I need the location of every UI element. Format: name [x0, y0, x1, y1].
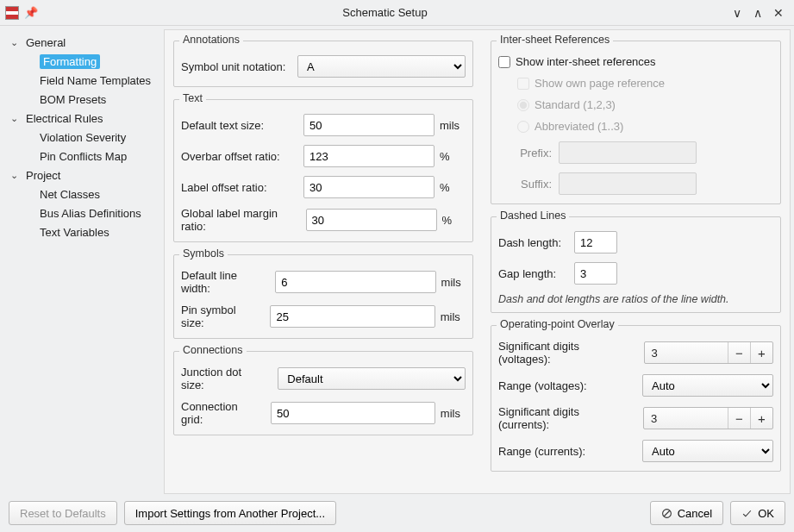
chevron-down-icon: ⌄: [10, 37, 22, 48]
settings-panel: Annotations Symbol unit notation: A Text…: [164, 29, 791, 494]
tree-item-label: General: [26, 36, 66, 49]
abbreviated-format-radio: Abbreviated (1..3): [517, 120, 773, 133]
default-line-width-input[interactable]: [275, 271, 435, 293]
group-legend: Inter-sheet References: [497, 34, 613, 46]
ok-button[interactable]: OK: [730, 501, 785, 525]
range-voltage-label: Range (voltages):: [498, 379, 587, 392]
gap-length-input[interactable]: [574, 262, 617, 285]
group-symbols: Symbols Default line width: mils Pin sym…: [173, 254, 473, 339]
group-legend: Annotations: [179, 34, 243, 46]
range-current-label: Range (currents):: [498, 445, 585, 458]
prefix-label: Prefix:: [498, 147, 552, 160]
group-dashed-lines: Dashed Lines Dash length: Gap length: Da…: [491, 216, 781, 313]
tree-item-net-classes[interactable]: Net Classes: [0, 185, 164, 203]
tree-item-violation-severity[interactable]: Violation Severity: [0, 128, 164, 147]
maximize-icon[interactable]: ∧: [747, 3, 768, 23]
unit-label: %: [440, 181, 466, 194]
overbar-offset-input[interactable]: [303, 145, 435, 167]
sig-digits-voltage-spin[interactable]: 3 − +: [644, 341, 773, 364]
checkbox-input: [517, 78, 529, 90]
range-current-select[interactable]: Auto: [642, 440, 773, 462]
cancel-button[interactable]: Cancel: [650, 501, 723, 525]
radio-input: [517, 99, 529, 111]
tree-item-label: Pin Conflicts Map: [40, 150, 127, 163]
cancel-icon: [661, 508, 672, 519]
default-text-size-input[interactable]: [303, 114, 435, 136]
default-line-width-label: Default line width:: [181, 269, 265, 295]
unit-label: mils: [441, 407, 466, 420]
group-connections: Connections Junction dot size: Default C…: [173, 351, 473, 435]
import-settings-button[interactable]: Import Settings from Another Project...: [124, 501, 336, 525]
overbar-offset-label: Overbar offset ratio:: [181, 150, 280, 163]
group-op-overlay: Operating-point Overlay Significant digi…: [491, 325, 781, 472]
unit-label: mils: [441, 310, 466, 323]
close-icon[interactable]: ✕: [768, 3, 789, 23]
tree-item-label: Field Name Templates: [40, 74, 151, 87]
button-label: Import Settings from Another Project...: [135, 507, 325, 520]
tree-item-label: Net Classes: [40, 188, 100, 201]
pin-symbol-size-label: Pin symbol size:: [181, 304, 259, 329]
dash-length-input[interactable]: [574, 231, 617, 253]
connection-grid-label: Connection grid:: [181, 400, 260, 426]
plus-icon[interactable]: +: [750, 408, 772, 429]
sig-digits-voltage-label: Significant digits (voltages):: [498, 340, 634, 366]
tree-item-label: Violation Severity: [40, 131, 126, 144]
symbol-unit-label: Symbol unit notation:: [181, 60, 285, 73]
titlebar: 📌 Schematic Setup ∨ ∧ ✕: [0, 0, 794, 26]
minus-icon[interactable]: −: [728, 408, 750, 429]
label-offset-input[interactable]: [303, 176, 435, 198]
symbol-unit-select[interactable]: A: [297, 55, 466, 78]
svg-line-1: [664, 510, 670, 516]
show-intersheet-checkbox[interactable]: Show inter-sheet references: [498, 55, 773, 68]
tree-item-label: Bus Alias Definitions: [40, 207, 141, 220]
reset-defaults-button[interactable]: Reset to Defaults: [9, 501, 117, 525]
tree-item-label: Electrical Rules: [26, 112, 103, 125]
show-own-page-checkbox: Show own page reference: [517, 77, 773, 90]
tree-item-electrical-rules[interactable]: ⌄ Electrical Rules: [0, 109, 164, 128]
range-voltage-select[interactable]: Auto: [642, 374, 773, 397]
group-text: Text Default text size: mils Overbar off…: [173, 99, 473, 242]
chevron-down-icon: ⌄: [10, 113, 22, 124]
tree-item-field-templates[interactable]: Field Name Templates: [0, 71, 164, 90]
group-annotations: Annotations Symbol unit notation: A: [173, 41, 473, 87]
dashed-note: Dash and dot lengths are ratios of the l…: [498, 293, 773, 305]
sig-digits-current-spin[interactable]: 3 − +: [643, 407, 773, 429]
button-label: Cancel: [678, 507, 712, 520]
spin-value: 3: [644, 412, 728, 425]
tree-item-text-variables[interactable]: Text Variables: [0, 222, 164, 241]
tree-item-formatting[interactable]: Formatting: [0, 52, 164, 71]
group-intersheet-refs: Inter-sheet References Show inter-sheet …: [491, 41, 781, 204]
group-legend: Text: [179, 92, 206, 104]
button-label: Reset to Defaults: [20, 507, 106, 520]
pin-symbol-size-input[interactable]: [270, 305, 435, 328]
tree-item-bus-alias[interactable]: Bus Alias Definitions: [0, 203, 164, 222]
group-legend: Connections: [179, 344, 247, 356]
unit-label: mils: [440, 119, 466, 132]
spin-value: 3: [645, 347, 728, 360]
tree-item-bom-presets[interactable]: BOM Presets: [0, 90, 164, 109]
unit-label: %: [440, 150, 466, 163]
tree-item-pin-conflicts[interactable]: Pin Conflicts Map: [0, 147, 164, 166]
connection-grid-input[interactable]: [271, 402, 435, 424]
tree-item-project[interactable]: ⌄ Project: [0, 166, 164, 185]
standard-format-radio: Standard (1,2,3): [517, 98, 773, 111]
group-legend: Operating-point Overlay: [497, 318, 618, 330]
global-margin-input[interactable]: [306, 209, 437, 231]
junction-dot-select[interactable]: Default: [278, 367, 466, 390]
tree-item-label: Formatting: [40, 54, 100, 69]
label-offset-label: Label offset ratio:: [181, 181, 267, 194]
unit-label: mils: [441, 276, 466, 289]
minus-icon[interactable]: −: [728, 342, 750, 363]
radio-label: Standard (1,2,3): [535, 98, 616, 111]
checkbox-input[interactable]: [498, 56, 510, 68]
group-legend: Dashed Lines: [497, 210, 569, 222]
gap-length-label: Gap length:: [498, 267, 567, 280]
minimize-icon[interactable]: ∨: [727, 3, 747, 23]
nav-tree: ⌄ General Formatting Field Name Template…: [0, 26, 164, 494]
pin-icon[interactable]: 📌: [24, 6, 38, 19]
check-icon: [741, 508, 753, 519]
plus-icon[interactable]: +: [750, 342, 772, 363]
group-legend: Symbols: [179, 247, 228, 260]
window-title: Schematic Setup: [43, 6, 727, 19]
tree-item-general[interactable]: ⌄ General: [0, 33, 164, 52]
